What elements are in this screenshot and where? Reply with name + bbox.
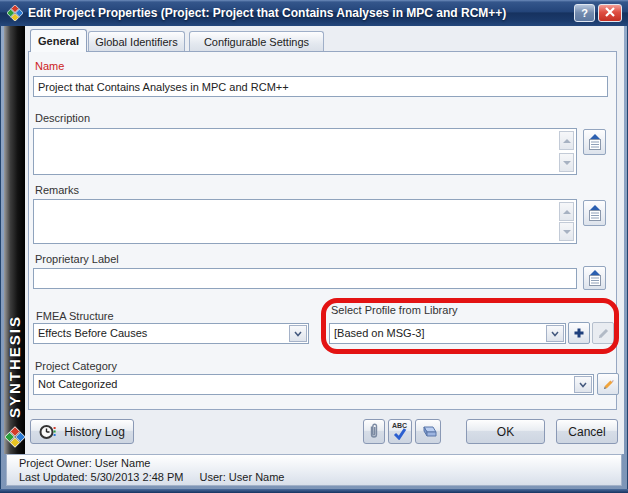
history-clock-icon bbox=[39, 424, 56, 440]
project-category-value: Not Categorized bbox=[38, 378, 118, 390]
profile-value: [Based on MSG-3] bbox=[334, 327, 425, 339]
dropdown-button[interactable] bbox=[574, 376, 592, 393]
ok-button[interactable]: OK bbox=[466, 419, 545, 444]
window-bottom-edge bbox=[0, 489, 628, 493]
branding-strip: SYNTHESIS bbox=[4, 26, 25, 454]
description-label: Description bbox=[35, 112, 90, 124]
rich-text-editor-icon bbox=[587, 269, 603, 287]
scroll-up-button[interactable] bbox=[559, 202, 574, 221]
rich-text-editor-icon bbox=[587, 204, 603, 222]
title-bar: Edit Project Properties (Project: Projec… bbox=[0, 0, 628, 26]
synthesis-vertical-text: SYNTHESIS bbox=[6, 315, 24, 418]
help-icon: ? bbox=[581, 7, 588, 19]
app-logo-pinwheel-icon bbox=[7, 5, 23, 21]
status-bar: Project Owner: User Name Last Updated: 5… bbox=[6, 454, 622, 486]
history-log-button[interactable]: History Log bbox=[30, 419, 134, 444]
fmea-structure-combobox[interactable]: Effects Before Causes bbox=[33, 323, 309, 344]
pencil-icon bbox=[602, 378, 615, 391]
attachments-button[interactable] bbox=[363, 419, 385, 444]
close-button[interactable] bbox=[598, 4, 622, 22]
remarks-label: Remarks bbox=[35, 184, 79, 196]
project-category-label: Project Category bbox=[35, 360, 117, 372]
profile-label: Select Profile from Library bbox=[331, 304, 458, 316]
synthesis-logo-icon bbox=[5, 426, 25, 448]
tab-global-identifiers[interactable]: Global Identifiers bbox=[88, 31, 185, 52]
plus-icon bbox=[573, 327, 585, 339]
pencil-icon bbox=[597, 327, 610, 340]
last-updated-text: Last Updated: 5/30/2013 2:48 PM bbox=[19, 471, 184, 483]
last-updated-status: Last Updated: 5/30/2013 2:48 PMUser: Use… bbox=[19, 471, 284, 483]
chevron-down-icon bbox=[563, 230, 571, 234]
name-label: Name bbox=[35, 60, 64, 72]
window-title: Edit Project Properties (Project: Projec… bbox=[28, 0, 506, 26]
project-category-combobox[interactable]: Not Categorized bbox=[33, 374, 594, 395]
rich-text-editor-icon bbox=[587, 133, 603, 151]
tab-configurable-settings[interactable]: Configurable Settings bbox=[189, 31, 324, 52]
edit-profile-button[interactable] bbox=[592, 322, 614, 344]
fmea-structure-label: FMEA Structure bbox=[36, 310, 114, 322]
chevron-up-icon bbox=[563, 139, 571, 143]
scroll-up-button[interactable] bbox=[559, 131, 574, 150]
name-input[interactable] bbox=[33, 76, 608, 97]
dropdown-button[interactable] bbox=[289, 325, 307, 342]
proprietary-label-label: Proprietary Label bbox=[35, 253, 119, 265]
fmea-structure-value: Effects Before Causes bbox=[38, 327, 147, 339]
description-editor-button[interactable] bbox=[583, 129, 606, 155]
edit-category-button[interactable] bbox=[597, 373, 619, 395]
add-profile-button[interactable] bbox=[568, 322, 590, 344]
cancel-label: Cancel bbox=[568, 425, 605, 439]
chevron-down-icon bbox=[579, 382, 587, 388]
description-textarea[interactable] bbox=[33, 128, 577, 175]
scroll-down-button[interactable] bbox=[559, 222, 574, 241]
tab-general[interactable]: General bbox=[30, 29, 87, 52]
check-icon bbox=[393, 428, 407, 440]
help-button[interactable]: ? bbox=[574, 4, 595, 22]
chevron-down-icon bbox=[551, 331, 559, 337]
ok-label: OK bbox=[497, 425, 514, 439]
chevron-down-icon bbox=[294, 331, 302, 337]
scroll-down-button[interactable] bbox=[559, 153, 574, 172]
dropdown-button[interactable] bbox=[546, 325, 564, 342]
spell-check-button[interactable]: ABC bbox=[388, 419, 412, 444]
proprietary-label-input[interactable] bbox=[33, 268, 577, 289]
chevron-up-icon bbox=[563, 210, 571, 214]
chevron-down-icon bbox=[563, 161, 571, 165]
eraser-icon bbox=[419, 425, 437, 438]
clear-eraser-button[interactable] bbox=[415, 419, 441, 444]
history-log-label: History Log bbox=[64, 425, 125, 439]
cancel-button[interactable]: Cancel bbox=[556, 419, 618, 444]
proprietary-editor-button[interactable] bbox=[583, 266, 606, 290]
project-owner-status: Project Owner: User Name bbox=[19, 457, 150, 469]
remarks-editor-button[interactable] bbox=[583, 200, 606, 226]
remarks-textarea[interactable] bbox=[33, 199, 577, 244]
edit-project-properties-dialog: Edit Project Properties (Project: Projec… bbox=[0, 0, 628, 493]
user-text: User: User Name bbox=[200, 471, 285, 483]
close-icon bbox=[605, 7, 615, 17]
paperclip-icon bbox=[368, 423, 380, 440]
profile-combobox[interactable]: [Based on MSG-3] bbox=[329, 323, 566, 344]
